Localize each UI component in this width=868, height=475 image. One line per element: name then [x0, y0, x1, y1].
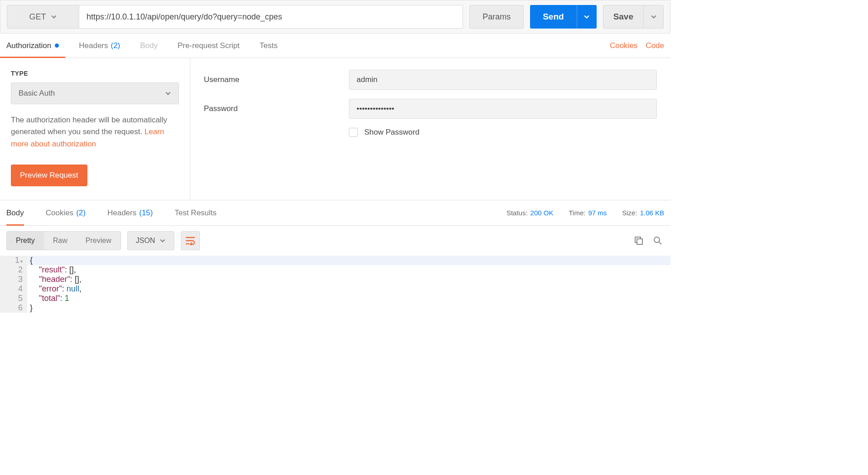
tab-body[interactable]: Body — [140, 34, 158, 58]
search-response-button[interactable] — [651, 234, 664, 247]
tab-headers-label: Headers — [79, 41, 108, 50]
wrap-lines-button[interactable] — [181, 231, 200, 250]
auth-help-pre: The authorization header will be automat… — [11, 116, 167, 136]
chevron-down-icon — [51, 14, 57, 20]
password-input[interactable] — [349, 99, 657, 119]
show-password-checkbox[interactable] — [349, 128, 358, 137]
http-method-dropdown[interactable]: GET — [7, 5, 79, 29]
request-bar: GET Params Send Save — [0, 0, 670, 34]
auth-type-label: TYPE — [11, 70, 179, 77]
status-value: 200 OK — [530, 209, 554, 217]
code-link[interactable]: Code — [646, 41, 664, 50]
copy-response-button[interactable] — [632, 234, 645, 247]
auth-type-dropdown[interactable]: Basic Auth — [11, 82, 179, 104]
response-tab-body[interactable]: Body — [6, 200, 24, 225]
response-tab-headers[interactable]: Headers (15) — [107, 200, 153, 225]
code-token: "result" — [39, 265, 65, 274]
response-tab-cookies[interactable]: Cookies (2) — [46, 200, 86, 225]
auth-type-sidebar: TYPE Basic Auth The authorization header… — [0, 58, 190, 200]
status-label: Status: — [506, 209, 528, 217]
code-token: "header" — [39, 275, 70, 284]
svg-rect-1 — [637, 239, 642, 244]
code-token: : — [62, 284, 67, 293]
show-password-label: Show Password — [364, 128, 420, 137]
code-token: "error" — [39, 284, 62, 293]
tab-headers-count: (2) — [111, 41, 121, 50]
copy-icon — [634, 236, 644, 246]
view-pretty-button[interactable]: Pretty — [7, 232, 44, 250]
username-label: Username — [204, 75, 349, 84]
search-icon — [653, 236, 663, 246]
request-tabs: Authorization Headers (2) Body Pre-reque… — [0, 34, 670, 58]
http-method-value: GET — [29, 12, 46, 22]
auth-type-value: Basic Auth — [19, 89, 55, 98]
code-token: 1 — [65, 294, 69, 303]
authorization-panel: TYPE Basic Auth The authorization header… — [0, 58, 670, 200]
response-tab-headers-label: Headers — [107, 208, 136, 218]
view-mode-segment: Pretty Raw Preview — [6, 231, 121, 250]
response-tab-cookies-label: Cookies — [46, 208, 73, 218]
code-token: null — [67, 284, 79, 293]
password-label: Password — [204, 104, 349, 113]
response-body-code[interactable]: 1{ 2 "result": [], 3 "header": [], 4 "er… — [0, 256, 670, 313]
modified-dot-icon — [55, 44, 59, 48]
params-button[interactable]: Params — [469, 5, 524, 29]
tab-headers[interactable]: Headers (2) — [79, 34, 120, 58]
cookies-link[interactable]: Cookies — [610, 41, 637, 50]
tab-prerequest-script[interactable]: Pre-request Script — [178, 34, 240, 58]
line-number: 3 — [0, 275, 27, 284]
svg-point-2 — [654, 237, 660, 242]
size-value: 1.06 KB — [640, 209, 664, 217]
auth-help-text: The authorization header will be automat… — [11, 114, 179, 150]
send-button[interactable]: Send — [530, 5, 576, 29]
size-label: Size: — [622, 209, 637, 217]
response-tab-test-results[interactable]: Test Results — [174, 200, 217, 225]
chevron-down-icon — [165, 90, 171, 97]
code-token: } — [30, 303, 33, 312]
response-meta: Status:200 OK Time:97 ms Size:1.06 KB — [506, 209, 664, 217]
send-dropdown-button[interactable] — [577, 5, 597, 29]
chevron-down-icon — [159, 238, 166, 244]
view-preview-button[interactable]: Preview — [77, 232, 121, 250]
code-token: { — [30, 256, 33, 265]
line-number: 6 — [0, 303, 27, 313]
request-url-input[interactable] — [79, 5, 463, 29]
code-token: , — [79, 284, 82, 293]
save-dropdown-button[interactable] — [644, 5, 664, 29]
response-tabs: Body Cookies (2) Headers (15) Test Resul… — [0, 200, 670, 226]
tab-tests[interactable]: Tests — [260, 34, 278, 58]
code-token: : [], — [65, 265, 76, 274]
code-token: : [], — [70, 275, 82, 284]
tab-authorization[interactable]: Authorization — [6, 34, 59, 58]
chevron-down-icon — [651, 14, 657, 20]
response-tab-headers-count: (15) — [139, 208, 153, 218]
line-number: 4 — [0, 284, 27, 294]
auth-credentials-form: Username Password Show Password — [190, 58, 670, 200]
wrap-lines-icon — [185, 236, 195, 245]
line-number: 1 — [0, 256, 27, 265]
code-token: "total" — [39, 294, 60, 303]
username-input[interactable] — [349, 70, 657, 90]
save-button[interactable]: Save — [603, 5, 644, 29]
preview-request-button[interactable]: Preview Request — [11, 165, 87, 186]
view-raw-button[interactable]: Raw — [44, 232, 77, 250]
tab-authorization-label: Authorization — [6, 41, 51, 50]
format-value: JSON — [136, 237, 155, 245]
code-token: : — [60, 294, 65, 303]
response-body-toolbar: Pretty Raw Preview JSON — [0, 226, 670, 256]
time-value: 97 ms — [588, 209, 607, 217]
format-dropdown[interactable]: JSON — [127, 231, 175, 250]
line-number: 5 — [0, 294, 27, 303]
chevron-down-icon — [583, 14, 590, 20]
line-number: 2 — [0, 265, 27, 275]
response-tab-cookies-count: (2) — [76, 208, 86, 218]
time-label: Time: — [569, 209, 585, 217]
